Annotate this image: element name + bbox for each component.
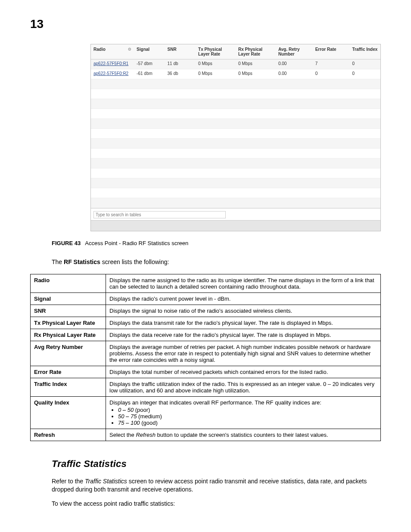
table-cell-empty (196, 79, 236, 89)
table-cell-empty (313, 198, 350, 208)
table-cell-empty (276, 149, 313, 159)
table-cell-empty (196, 119, 236, 129)
table-search-input[interactable] (93, 211, 226, 218)
radio-link[interactable]: ap622-57F5F0:R1 (93, 61, 128, 66)
table-cell-empty (276, 168, 313, 178)
col-retry[interactable]: Avg. Retry Number (276, 44, 313, 59)
table-cell-empty (165, 119, 196, 129)
table-cell-empty (134, 89, 165, 99)
definition-desc: Displays the traffic utilization index o… (106, 378, 381, 397)
quality-bullet: 0 – 50 (poor) (118, 407, 377, 413)
col-radio[interactable]: Radio⊙ (91, 44, 134, 59)
definition-term: Signal (31, 293, 106, 305)
table-cell-empty (349, 168, 380, 178)
table-cell-empty (349, 188, 380, 198)
table-cell-empty (349, 159, 380, 168)
table-cell-empty (91, 198, 134, 208)
table-cell-empty (196, 168, 236, 178)
table-cell-empty (91, 168, 134, 178)
figure-text: Access Point - Radio RF Statistics scree… (85, 240, 188, 246)
col-rx[interactable]: Rx Physical Layer Rate (236, 44, 276, 59)
definition-row: Rx Physical Layer RateDisplays the data … (31, 329, 381, 341)
table-cell-empty (134, 168, 165, 178)
table-cell-empty (236, 79, 276, 89)
col-error[interactable]: Error Rate (313, 44, 350, 59)
table-cell-empty (276, 109, 313, 119)
definition-row: SNRDisplays the signal to noise ratio of… (31, 305, 381, 317)
table-cell-empty (165, 139, 196, 149)
table-cell-empty (134, 198, 165, 208)
table-row: ap622-57F5F0:R1-57 dbm11 db0 Mbps0 Mbps0… (91, 59, 380, 69)
table-cell-empty (313, 119, 350, 129)
table-cell-empty (134, 149, 165, 159)
table-cell-empty (236, 178, 276, 188)
table-cell-empty (91, 149, 134, 159)
table-cell-empty (276, 198, 313, 208)
table-cell: 0 Mbps (196, 69, 236, 79)
table-cell-empty (276, 159, 313, 168)
table-cell-empty (134, 129, 165, 139)
table-cell-empty (91, 79, 134, 89)
table-row-empty (91, 149, 380, 159)
search-row (91, 208, 380, 220)
table-cell-empty (196, 188, 236, 198)
quality-bullet: 75 – 100 (good) (118, 420, 377, 426)
definition-row: RefreshSelect the Refresh button to upda… (31, 429, 381, 441)
table-cell-empty (276, 178, 313, 188)
table-cell-empty (349, 139, 380, 149)
para1-ital: Traffic Statistics (85, 478, 127, 485)
table-cell-empty (134, 79, 165, 89)
intro-prefix: The (52, 258, 64, 265)
definition-row: Traffic IndexDisplays the traffic utiliz… (31, 378, 381, 397)
table-cell-empty (313, 129, 350, 139)
table-row-empty (91, 109, 380, 119)
table-cell-empty (134, 188, 165, 198)
table-row-empty (91, 99, 380, 109)
col-radio-label: Radio (93, 47, 106, 52)
table-cell-empty (165, 89, 196, 99)
table-cell-empty (349, 119, 380, 129)
table-row-empty (91, 89, 380, 99)
definition-desc: Displays the total number of received pa… (106, 366, 381, 378)
table-cell-empty (349, 149, 380, 159)
table-cell-empty (134, 139, 165, 149)
table-cell-empty (165, 188, 196, 198)
definition-row: Avg Retry NumberDisplays the average num… (31, 341, 381, 366)
table-cell-empty (276, 129, 313, 139)
table-cell-empty (349, 178, 380, 188)
table-cell-empty (165, 178, 196, 188)
table-cell-empty (236, 188, 276, 198)
table-cell-empty (134, 159, 165, 168)
table-cell-empty (134, 178, 165, 188)
definition-term: Tx Physical Layer Rate (31, 317, 106, 329)
definition-desc: Displays the signal to noise ratio of th… (106, 305, 381, 317)
table-cell-empty (196, 99, 236, 109)
table-cell-empty (236, 89, 276, 99)
table-cell: 0 (313, 69, 350, 79)
intro-suffix: screen lists the following: (100, 258, 169, 265)
table-cell-empty (313, 99, 350, 109)
table-cell-empty (196, 139, 236, 149)
rf-stats-table: Radio⊙ Signal SNR Tx Physical Layer Rate… (91, 44, 380, 208)
table-cell-empty (91, 99, 134, 109)
col-tx[interactable]: Tx Physical Layer Rate (196, 44, 236, 59)
table-cell-empty (236, 159, 276, 168)
table-row-empty (91, 119, 380, 129)
table-cell-empty (196, 149, 236, 159)
table-row: ap622-57F5F0:R2-61 dbm36 db0 Mbps0 Mbps0… (91, 69, 380, 79)
table-cell-empty (165, 149, 196, 159)
radio-link[interactable]: ap622-57F5F0:R2 (93, 71, 128, 76)
col-traffic[interactable]: Traffic Index (349, 44, 380, 59)
body-paragraph-2: To view the access point radio traffic s… (52, 500, 381, 508)
col-snr[interactable]: SNR (165, 44, 196, 59)
col-signal[interactable]: Signal (134, 44, 165, 59)
table-cell-empty (196, 89, 236, 99)
body-paragraph-1: Refer to the Traffic Statistics screen t… (52, 477, 381, 494)
table-cell: 7 (313, 59, 350, 69)
definitions-table: RadioDisplays the name assigned to the r… (30, 274, 381, 441)
definition-term: Error Rate (31, 366, 106, 378)
table-cell-empty (349, 99, 380, 109)
table-cell-empty (91, 188, 134, 198)
table-row-empty (91, 168, 380, 178)
table-cell-empty (165, 168, 196, 178)
